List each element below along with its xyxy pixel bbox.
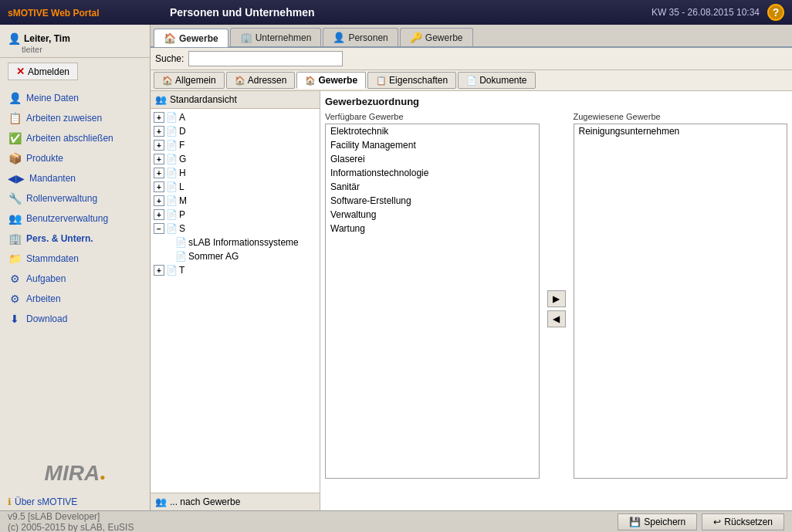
nav-items: 👤 Meine Daten 📋 Arbeiten zuweisen ✅ Arbe… xyxy=(0,85,150,329)
work-icon: ⚙ xyxy=(8,293,22,305)
footer-version: v9.5 [sLAB Developer] (c) 2005-2015 by s… xyxy=(8,511,618,533)
sidebar: 👤 Leiter, Tim tleiter ✕ Abmelden 👤 Meine… xyxy=(0,25,151,510)
sub-tab-adressen[interactable]: 🏠 Adressen xyxy=(226,72,296,89)
list-item[interactable]: Software-Erstellung xyxy=(326,194,539,208)
sidebar-item-arbeiten-abschliessen[interactable]: ✅ Arbeiten abschließen xyxy=(0,128,150,148)
tree-item[interactable]: + 📄 G xyxy=(151,152,320,166)
logo-highlight: s xyxy=(8,8,13,19)
version-line1: v9.5 [sLAB Developer] xyxy=(8,511,618,522)
expander[interactable]: + xyxy=(154,195,164,206)
tab-label: Gewerbe xyxy=(425,32,463,43)
sidebar-item-pers-untern[interactable]: 🏢 Pers. & Untern. xyxy=(0,229,150,249)
sidebar-item-arbeiten-zuweisen[interactable]: 📋 Arbeiten zuweisen xyxy=(0,108,150,128)
tree-item[interactable]: + 📄 F xyxy=(151,138,320,152)
sidebar-item-rollenverwaltung[interactable]: 🔧 Rollenverwaltung xyxy=(0,188,150,208)
expander[interactable]: + xyxy=(154,168,164,178)
sub-tab-gewerbe[interactable]: 🏠 Gewerbe xyxy=(296,72,366,89)
expander[interactable]: + xyxy=(154,154,164,164)
reset-button[interactable]: ↩ Rücksetzen xyxy=(702,513,784,530)
tree-item-label: G xyxy=(179,154,186,164)
sub-tabs-bar: 🏠 Allgemein 🏠 Adressen 🏠 Gewerbe 📋 Eigen… xyxy=(151,70,792,91)
save-button[interactable]: 💾 Speichern xyxy=(618,513,697,530)
assigned-label: Zugewiesene Gewerbe xyxy=(574,112,788,121)
sidebar-item-mandanten[interactable]: ◀▶ Mandanten xyxy=(0,168,150,188)
adressen-icon: 🏠 xyxy=(235,76,245,86)
expander[interactable]: + xyxy=(154,112,164,123)
tree-item-sommer[interactable]: 📄 Sommer AG xyxy=(151,249,320,263)
mira-logo: MIRA● xyxy=(8,461,142,486)
tree-item-label: L xyxy=(179,181,184,192)
tab-personen[interactable]: 👤 Personen xyxy=(323,28,398,46)
download-icon: ⬇ xyxy=(8,313,22,325)
gewerbe-columns: Verfügbare Gewerbe Elektrotechnik Facili… xyxy=(325,112,787,506)
list-item[interactable]: Verwaltung xyxy=(326,208,539,222)
tree-item-t[interactable]: + 📄 T xyxy=(151,263,320,277)
sidebar-item-download[interactable]: ⬇ Download xyxy=(0,309,150,329)
expander[interactable]: + xyxy=(154,140,164,151)
sidebar-item-stammdaten[interactable]: 📁 Stammdaten xyxy=(0,249,150,269)
tree-header: 👥 Standardansicht xyxy=(151,91,320,109)
tree-item[interactable]: + 📄 M xyxy=(151,194,320,208)
sidebar-item-aufgaben[interactable]: ⚙ Aufgaben xyxy=(0,269,150,289)
tab-unternehmen[interactable]: 🏢 Unternehmen xyxy=(230,28,322,46)
building-icon: 🏢 xyxy=(8,232,22,245)
tree-item[interactable]: + 📄 A xyxy=(151,110,320,124)
logout-label: Abmelden xyxy=(28,66,69,77)
tree-header-icon: 👥 xyxy=(155,94,167,105)
doc-icon: 📄 xyxy=(166,223,178,234)
sidebar-item-benutzerverwaltung[interactable]: 👥 Benutzerverwaltung xyxy=(0,208,150,229)
tree-item-label: F xyxy=(179,140,184,151)
sub-tab-allgemein[interactable]: 🏠 Allgemein xyxy=(154,72,225,89)
expander[interactable]: − xyxy=(154,223,164,234)
data-icon: 📁 xyxy=(8,252,22,265)
products-icon: 📦 xyxy=(8,152,22,164)
sidebar-item-meine-daten[interactable]: 👤 Meine Daten xyxy=(0,88,150,108)
gewerbe-tab-icon: 🏠 xyxy=(164,32,176,44)
available-label: Verfügbare Gewerbe xyxy=(325,112,540,121)
doc-icon: 📄 xyxy=(166,126,178,137)
tree-item[interactable]: + 📄 D xyxy=(151,124,320,138)
logout-button[interactable]: ✕ Abmelden xyxy=(8,63,78,80)
gewerbe-container: Verfügbare Gewerbe Elektrotechnik Facili… xyxy=(325,112,787,506)
content: 🏠 Gewerbe 🏢 Unternehmen 👤 Personen 🔑 Gew… xyxy=(151,25,792,510)
tree-item[interactable]: + 📄 P xyxy=(151,208,320,222)
tab-gewerbe2[interactable]: 🔑 Gewerbe xyxy=(400,28,473,46)
sidebar-item-arbeiten[interactable]: ⚙ Arbeiten xyxy=(0,289,150,309)
list-item[interactable]: Wartung xyxy=(326,222,539,236)
tabs-bar: 🏠 Gewerbe 🏢 Unternehmen 👤 Personen 🔑 Gew… xyxy=(151,25,792,48)
arrow-right-button[interactable]: ▶ xyxy=(547,290,566,307)
save-icon: 💾 xyxy=(629,517,641,527)
expander[interactable]: + xyxy=(154,181,164,192)
help-button[interactable]: ? xyxy=(767,4,784,21)
doc-icon: 📄 xyxy=(166,140,178,151)
sub-tab-dokumente[interactable]: 📄 Dokumente xyxy=(458,72,535,89)
sidebar-item-produkte[interactable]: 📦 Produkte xyxy=(0,148,150,168)
tree-item-label: sLAB Informationssysteme xyxy=(188,237,299,248)
list-item[interactable]: Glaserei xyxy=(326,152,539,166)
tab-label: Gewerbe xyxy=(179,33,218,44)
list-item[interactable]: Reinigungsunternehmen xyxy=(574,124,787,138)
complete-icon: ✅ xyxy=(8,132,22,144)
assigned-list[interactable]: Reinigungsunternehmen xyxy=(574,124,788,479)
list-item[interactable]: Sanitär xyxy=(326,180,539,194)
tree-item[interactable]: + 📄 H xyxy=(151,166,320,180)
reset-icon: ↩ xyxy=(713,517,721,527)
tree-item[interactable]: + 📄 L xyxy=(151,180,320,194)
list-item[interactable]: Facility Management xyxy=(326,138,539,152)
arrow-left-button[interactable]: ◀ xyxy=(547,310,566,327)
expander[interactable]: + xyxy=(154,209,164,220)
expander[interactable]: + xyxy=(154,265,164,276)
list-item[interactable]: Elektrotechnik xyxy=(326,124,539,138)
search-input[interactable] xyxy=(188,51,343,66)
list-item[interactable]: Informationstechnologie xyxy=(326,166,539,180)
tree-item-s[interactable]: − 📄 S xyxy=(151,222,320,236)
doc-icon: 📄 xyxy=(166,195,178,206)
available-list[interactable]: Elektrotechnik Facility Management Glase… xyxy=(325,124,540,479)
sub-tab-eigenschaften[interactable]: 📋 Eigenschaften xyxy=(367,72,456,89)
sub-tab-label: Adressen xyxy=(248,75,287,86)
expander[interactable]: + xyxy=(154,126,164,137)
tree-item-slab[interactable]: 📄 sLAB Informationssysteme xyxy=(151,236,320,249)
about-link[interactable]: ℹ Über sMOTIVE xyxy=(0,493,150,510)
tab-gewerbe[interactable]: 🏠 Gewerbe xyxy=(154,29,228,47)
about-label: Über sMOTIVE xyxy=(15,496,77,507)
